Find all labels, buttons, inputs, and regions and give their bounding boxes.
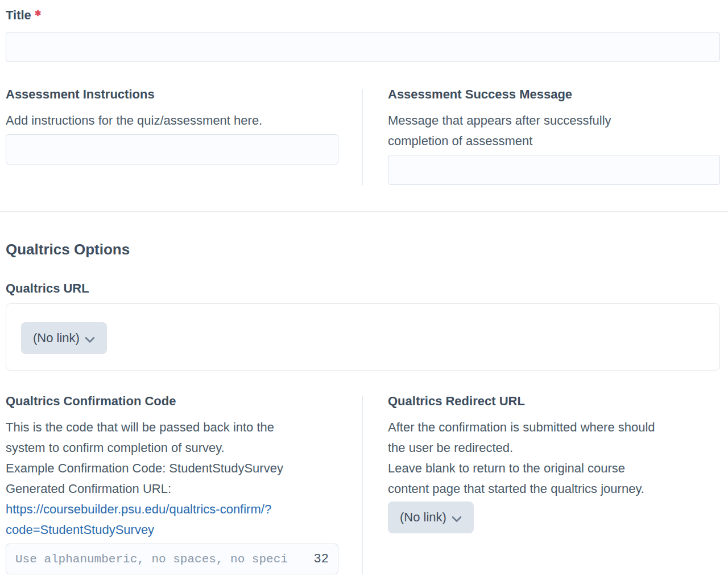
redirect-url-link-select-button[interactable]: (No link)	[388, 501, 474, 533]
redirect-url-link-select-label: (No link)	[400, 510, 446, 525]
generated-confirmation-url-link[interactable]: https://coursebuilder.psu.edu/qualtrics-…	[6, 499, 338, 540]
section-divider	[0, 211, 728, 212]
form-top-section: Title✱ Assessment Instructions Add instr…	[6, 0, 720, 185]
chevron-down-icon	[452, 511, 462, 526]
assessment-success-input[interactable]	[388, 155, 720, 185]
required-asterisk-icon: ✱	[35, 9, 42, 18]
title-field-label: Title✱	[6, 6, 720, 23]
qualtrics-url-link-select-label: (No link)	[33, 331, 80, 346]
qualtrics-confirmation-code-field: Qualtrics Confirmation Code This is the …	[6, 394, 338, 574]
qualtrics-redirect-url-label: Qualtrics Redirect URL	[388, 394, 720, 408]
assessment-instructions-input[interactable]	[6, 134, 338, 164]
qualtrics-url-linkbox: (No link)	[6, 303, 720, 371]
column-divider	[362, 89, 363, 185]
qualtrics-confirmation-code-description: This is the code that will be passed bac…	[6, 417, 338, 499]
chevron-down-icon	[85, 332, 95, 347]
assessment-instructions-description: Add instructions for the quiz/assessment…	[6, 110, 338, 131]
title-input[interactable]	[6, 32, 720, 62]
title-label-text: Title	[6, 8, 31, 22]
character-counter: 32	[313, 552, 338, 566]
qualtrics-redirect-url-description: After the confirmation is submitted wher…	[388, 417, 720, 499]
column-divider	[362, 396, 363, 574]
assessment-success-description: Message that appears after successfully …	[388, 110, 720, 151]
assessment-success-label: Assessment Success Message	[388, 88, 720, 101]
qualtrics-confirmation-code-label: Qualtrics Confirmation Code	[6, 394, 338, 408]
qualtrics-url-link-select-button[interactable]: (No link)	[21, 322, 107, 354]
qualtrics-url-label: Qualtrics URL	[6, 282, 720, 295]
qualtrics-fields-row: Qualtrics Confirmation Code This is the …	[6, 394, 720, 574]
confirmation-code-input[interactable]	[6, 544, 313, 574]
assessment-success-field: Assessment Success Message Message that …	[388, 88, 720, 185]
assessment-instructions-label: Assessment Instructions	[6, 88, 338, 101]
confirmation-code-input-wrapper: 32	[6, 544, 338, 574]
assessment-fields-row: Assessment Instructions Add instructions…	[6, 88, 720, 185]
qualtrics-redirect-url-field: Qualtrics Redirect URL After the confirm…	[388, 394, 720, 574]
qualtrics-options-heading: Qualtrics Options	[6, 241, 720, 258]
qualtrics-options-section: Qualtrics Options Qualtrics URL (No link…	[6, 241, 720, 574]
assessment-instructions-field: Assessment Instructions Add instructions…	[6, 88, 338, 185]
